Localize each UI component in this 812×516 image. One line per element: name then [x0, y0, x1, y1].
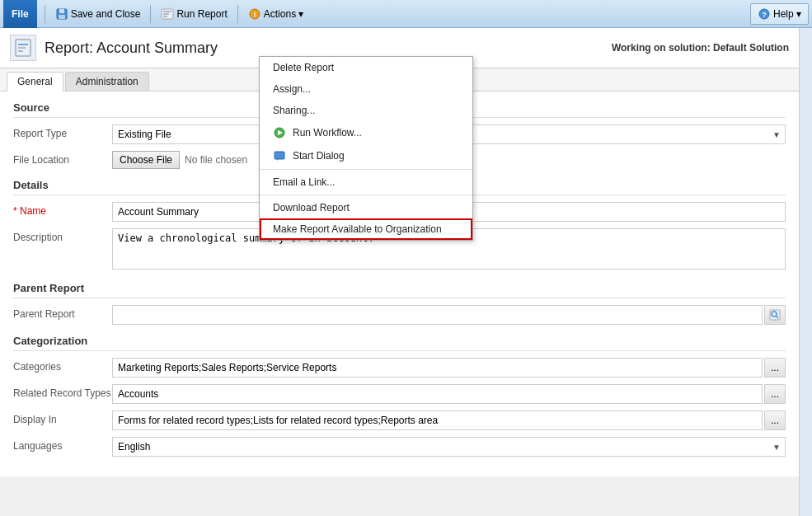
related-record-value: ...	[112, 384, 786, 404]
svg-rect-20	[275, 152, 284, 159]
svg-text:?: ?	[762, 11, 767, 19]
related-record-row: Related Record Types ...	[13, 384, 786, 404]
parent-report-label: Parent Report	[13, 305, 112, 320]
help-button[interactable]: ? Help ▾	[750, 3, 809, 25]
tab-administration[interactable]: Administration	[65, 72, 149, 91]
start-dialog-icon	[273, 149, 286, 162]
save-close-button[interactable]: Save and Close	[49, 2, 147, 26]
page-title: Report: Account Summary	[45, 40, 218, 57]
content-area: Report: Account Summary Working on solut…	[0, 28, 812, 516]
start-dialog-label: Start Dialog	[293, 150, 345, 162]
categories-input[interactable]	[112, 358, 763, 378]
tab-general[interactable]: General	[7, 72, 63, 91]
related-record-input[interactable]	[112, 384, 763, 404]
choose-file-button[interactable]: Choose File	[112, 151, 180, 169]
save-icon	[55, 7, 68, 21]
parent-report-value	[112, 305, 786, 325]
menu-separator-1	[260, 169, 472, 170]
related-record-label: Related Record Types	[13, 384, 112, 399]
parent-report-section-title: Parent Report	[13, 282, 786, 298]
help-icon: ?	[758, 7, 771, 21]
right-sidebar	[799, 28, 812, 516]
categories-row: Categories ...	[13, 358, 786, 378]
svg-rect-2	[59, 15, 65, 19]
display-in-label: Display In	[13, 410, 112, 425]
help-label: Help ▾	[773, 8, 801, 20]
run-workflow-label: Run Workflow...	[293, 127, 362, 138]
svg-text:!: !	[253, 11, 256, 19]
svg-rect-1	[59, 9, 64, 13]
working-on-label: Working on solution: Default Solution	[612, 42, 789, 54]
report-type-label: Report Type	[13, 124, 112, 139]
menu-item-assign[interactable]: Assign...	[260, 78, 472, 100]
name-label: Name	[13, 202, 112, 217]
download-report-label: Download Report	[273, 202, 350, 213]
assign-label: Assign...	[273, 83, 311, 95]
report-icon	[10, 35, 36, 61]
categories-ellipsis-button[interactable]: ...	[764, 358, 786, 378]
parent-report-input-group	[112, 305, 786, 325]
categorization-section-title: Categorization	[13, 335, 786, 351]
categories-value: ...	[112, 358, 786, 378]
run-report-button[interactable]: Run Report	[155, 2, 232, 26]
email-link-label: Email a Link...	[273, 176, 335, 188]
menu-item-start-dialog[interactable]: Start Dialog	[260, 144, 472, 167]
languages-select-wrapper: English	[112, 437, 786, 457]
languages-value: English	[112, 437, 786, 457]
parent-report-lookup-button[interactable]	[764, 305, 786, 325]
delete-report-label: Delete Report	[273, 62, 334, 73]
display-in-input-group: ...	[112, 410, 786, 430]
menu-item-sharing[interactable]: Sharing...	[260, 100, 472, 121]
menu-item-run-workflow[interactable]: Run Workflow...	[260, 121, 472, 144]
parent-report-input[interactable]	[112, 305, 763, 325]
file-location-label: File Location	[13, 151, 112, 166]
parent-report-row: Parent Report	[13, 305, 786, 325]
menu-item-make-report[interactable]: Make Report Available to Organization	[260, 218, 472, 240]
description-label: Description	[13, 228, 112, 243]
sharing-label: Sharing...	[273, 105, 315, 116]
languages-select[interactable]: English	[112, 437, 786, 457]
no-file-label: No file chosen	[185, 154, 247, 166]
file-button[interactable]: File	[3, 0, 37, 28]
categorization-section: Categorization Categories ... Related Re…	[13, 335, 786, 457]
run-report-label: Run Report	[176, 8, 227, 20]
menu-item-delete-report[interactable]: Delete Report	[260, 57, 472, 78]
display-in-input[interactable]	[112, 410, 763, 430]
toolbar-divider	[45, 5, 45, 23]
toolbar: File Save and Close Run Report ! Actions…	[0, 0, 812, 28]
menu-item-email-link[interactable]: Email a Link...	[260, 171, 472, 193]
display-in-ellipsis-button[interactable]: ...	[764, 410, 786, 430]
actions-dropdown-menu: Delete Report Assign... Sharing... Run W…	[259, 56, 473, 241]
related-record-input-group: ...	[112, 384, 786, 404]
categories-input-group: ...	[112, 358, 786, 378]
parent-report-section: Parent Report Parent Report	[13, 282, 786, 325]
menu-item-download-report[interactable]: Download Report	[260, 197, 472, 218]
toolbar-divider3	[237, 5, 238, 23]
display-in-row: Display In ...	[13, 410, 786, 430]
actions-button[interactable]: ! Actions ▾	[242, 2, 310, 26]
run-report-icon	[161, 7, 174, 21]
languages-row: Languages English	[13, 437, 786, 457]
menu-separator-2	[260, 195, 472, 195]
display-in-value: ...	[112, 410, 786, 430]
toolbar-divider2	[150, 5, 151, 23]
actions-label: Actions ▾	[264, 8, 304, 20]
run-workflow-icon	[273, 126, 286, 139]
save-close-label: Save and Close	[71, 8, 141, 20]
categories-label: Categories	[13, 358, 112, 373]
related-record-ellipsis-button[interactable]: ...	[764, 384, 786, 404]
make-report-label: Make Report Available to Organization	[273, 223, 442, 235]
languages-label: Languages	[13, 437, 112, 452]
actions-icon: !	[248, 7, 261, 21]
